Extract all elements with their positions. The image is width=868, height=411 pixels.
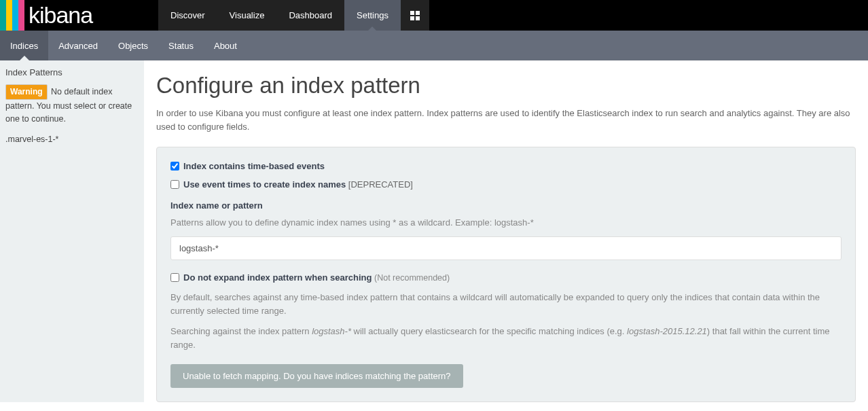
subnav-status[interactable]: Status: [158, 31, 204, 60]
sidebar: Index Patterns Warning No default index …: [0, 60, 144, 402]
expand-help-text: By default, searches against any time-ba…: [170, 291, 842, 353]
subnav-about[interactable]: About: [204, 31, 247, 60]
checkbox-time-events-label[interactable]: Index contains time-based events: [183, 161, 325, 171]
index-name-input[interactable]: [170, 236, 842, 260]
subnav-objects[interactable]: Objects: [108, 31, 158, 60]
warning-badge: Warning: [5, 84, 48, 100]
checkbox-no-expand-label[interactable]: Do not expand index pattern when searchi…: [183, 272, 450, 283]
grid-icon: [410, 11, 420, 20]
checkbox-time-events[interactable]: [170, 162, 179, 171]
index-name-label: Index name or pattern: [170, 200, 842, 211]
sidebar-warning: Warning No default index pattern. You mu…: [5, 84, 139, 125]
logo-text: kibana: [29, 2, 92, 29]
checkbox-event-times[interactable]: [170, 180, 179, 189]
nav-dashboard[interactable]: Dashboard: [276, 0, 344, 31]
logo-stripe: [6, 0, 12, 31]
checkbox-row-no-expand: Do not expand index pattern when searchi…: [170, 272, 842, 283]
expand-help-p1: By default, searches against any time-ba…: [170, 291, 842, 318]
kibana-logo[interactable]: kibana: [0, 0, 158, 31]
nav-settings[interactable]: Settings: [344, 0, 401, 31]
nav-discover[interactable]: Discover: [158, 0, 217, 31]
checkbox-row-event-times: Use event times to create index names [D…: [170, 179, 842, 190]
subnav-indices[interactable]: Indices: [0, 31, 48, 60]
sidebar-pattern-item[interactable]: .marvel-es-1-*: [5, 130, 139, 144]
expand-help-p2: Searching against the index pattern logs…: [170, 325, 842, 352]
config-panel: Index contains time-based events Use eve…: [156, 147, 856, 402]
logo-stripes: [0, 0, 24, 31]
main-content: Configure an index pattern In order to u…: [144, 60, 868, 402]
checkbox-event-times-label[interactable]: Use event times to create index names [D…: [183, 179, 413, 190]
top-nav-items: Discover Visualize Dashboard Settings: [158, 0, 429, 31]
top-navbar: kibana Discover Visualize Dashboard Sett…: [0, 0, 868, 31]
checkbox-row-time-events: Index contains time-based events: [170, 161, 842, 171]
logo-stripe: [12, 0, 18, 31]
subnav-advanced[interactable]: Advanced: [48, 31, 108, 60]
index-name-help: Patterns allow you to define dynamic ind…: [170, 216, 842, 230]
dashboard-grid-icon[interactable]: [401, 0, 429, 31]
settings-subnav: Indices Advanced Objects Status About: [0, 31, 868, 60]
logo-stripe: [18, 0, 24, 31]
create-button: Unable to fetch mapping. Do you have ind…: [170, 364, 463, 388]
checkbox-no-expand[interactable]: [170, 273, 179, 282]
nav-visualize[interactable]: Visualize: [217, 0, 277, 31]
page-title: Configure an index pattern: [156, 73, 856, 99]
page-intro: In order to use Kibana you must configur…: [156, 107, 856, 133]
logo-stripe: [0, 0, 6, 31]
sidebar-title: Index Patterns: [5, 67, 139, 77]
